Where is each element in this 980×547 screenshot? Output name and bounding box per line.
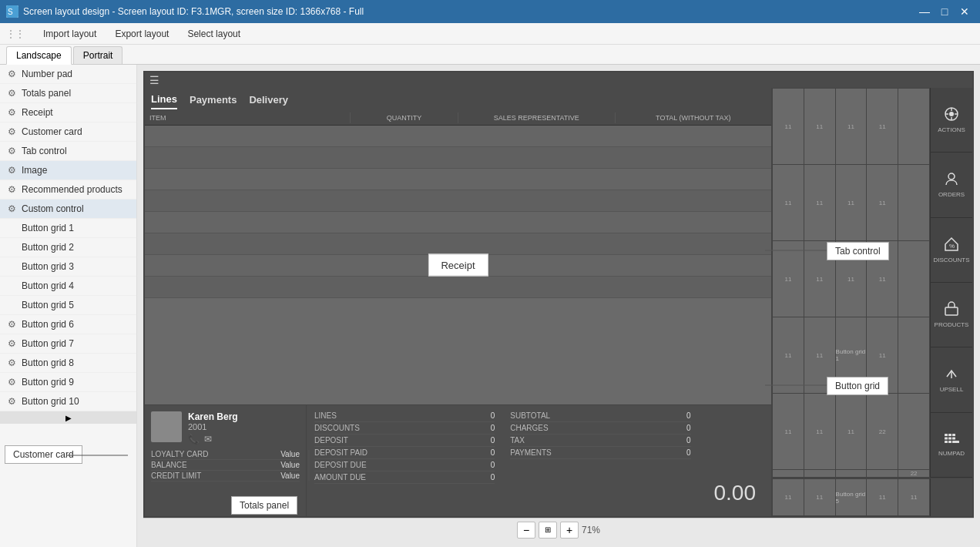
- btn-cell[interactable]: 11: [773, 89, 804, 164]
- sidebar-scroll-down[interactable]: ▶: [0, 411, 136, 424]
- balance-label: BALANCE: [151, 461, 187, 469]
- svg-rect-12: [948, 434, 951, 436]
- zoom-out-button[interactable]: −: [517, 522, 535, 539]
- btn-cell[interactable]: 11: [867, 89, 898, 164]
- sidebar-label: Button grid 10: [22, 396, 79, 407]
- sidebar-item-button-grid-8[interactable]: ⚙ Button grid 8: [0, 354, 136, 373]
- btn-cell[interactable]: 11: [867, 165, 898, 240]
- bottom-btn-cell[interactable]: 11: [804, 479, 835, 515]
- sidebar-label: Image: [22, 165, 47, 176]
- bottom-btn-cell[interactable]: 11: [867, 479, 898, 515]
- sidebar-item-receipt[interactable]: ⚙ Receipt: [0, 103, 136, 122]
- btn-cell[interactable]: 11: [773, 241, 804, 317]
- svg-point-8: [948, 173, 955, 180]
- sidebar-item-button-grid-7[interactable]: ⚙ Button grid 7: [0, 334, 136, 354]
- balance-field: BALANCE Value: [151, 460, 300, 471]
- orders-button[interactable]: ORDERS: [931, 153, 972, 217]
- btn-cell[interactable]: 11: [836, 241, 867, 317]
- gear-placeholder: [6, 261, 17, 272]
- btn-cell[interactable]: 11: [804, 394, 835, 469]
- deposit-value: 0: [491, 436, 495, 445]
- customer-fields: LOYALTY CARD Value BALANCE Value CREDIT …: [151, 449, 300, 482]
- discounts-button[interactable]: % DISCOUNTS: [931, 218, 972, 283]
- btn-cell[interactable]: 11: [804, 241, 835, 317]
- zoom-in-button[interactable]: +: [560, 522, 579, 539]
- sidebar-item-customer-card[interactable]: ⚙ Customer card: [0, 122, 136, 142]
- sidebar-item-number-pad[interactable]: ⚙ Number pad: [0, 65, 136, 84]
- btn-cell[interactable]: [898, 241, 929, 317]
- sidebar-label: Totals panel: [22, 88, 71, 99]
- select-layout-menu[interactable]: Select layout: [184, 27, 243, 41]
- lines-tab[interactable]: Lines: [151, 90, 177, 109]
- sidebar-item-button-grid-1[interactable]: Button grid 1: [0, 219, 136, 238]
- sidebar-label: Receipt: [22, 107, 53, 118]
- upsell-icon: [944, 366, 959, 384]
- close-button[interactable]: ✕: [955, 4, 974, 19]
- customer-id: 2001: [188, 422, 300, 431]
- sidebar-label: Button grid 3: [22, 261, 74, 272]
- sidebar-item-totals-panel[interactable]: ⚙ Totals panel: [0, 84, 136, 103]
- menu-bar: ⋮⋮ Import layout Export layout Select la…: [0, 23, 980, 45]
- btn-cell[interactable]: 11: [804, 165, 835, 240]
- maximize-button[interactable]: □: [935, 4, 954, 19]
- btn-cell[interactable]: 11: [836, 89, 867, 164]
- export-layout-menu[interactable]: Export layout: [112, 27, 172, 41]
- btn-cell[interactable]: 22: [867, 394, 898, 469]
- numpad-button[interactable]: NUMPAD: [931, 413, 972, 478]
- btn-cell[interactable]: [804, 470, 835, 477]
- portrait-tab[interactable]: Portrait: [73, 46, 123, 64]
- btn-cell[interactable]: [773, 470, 804, 477]
- btn-cell[interactable]: 11: [804, 317, 835, 393]
- sidebar-item-button-grid-9[interactable]: ⚙ Button grid 9: [0, 373, 136, 392]
- sidebar-label: Customer card: [22, 126, 82, 137]
- gear-icon: ⚙: [6, 165, 17, 176]
- minimize-button[interactable]: —: [915, 4, 934, 19]
- btn-cell[interactable]: 11: [773, 394, 804, 469]
- sidebar-item-button-grid-6[interactable]: ⚙ Button grid 6: [0, 315, 136, 334]
- totals-left-col: LINES 0 DISCOUNTS 0 DEPOSIT: [314, 410, 495, 512]
- sidebar-item-button-grid-2[interactable]: Button grid 2: [0, 238, 136, 257]
- btn-cell[interactable]: [898, 165, 929, 240]
- sidebar-item-button-grid-10[interactable]: ⚙ Button grid 10: [0, 392, 136, 411]
- btn-cell[interactable]: [867, 470, 898, 477]
- bottom-btn-cell[interactable]: 11: [773, 479, 804, 515]
- upsell-button[interactable]: UPSELL: [931, 347, 972, 412]
- bottom-btn-cell[interactable]: 11: [898, 479, 929, 515]
- bottom-btn-cell-button-grid-5[interactable]: Button grid 5: [836, 479, 867, 515]
- zoom-fit-button[interactable]: ⊞: [539, 522, 557, 539]
- svg-rect-16: [952, 437, 955, 439]
- svg-rect-15: [948, 437, 951, 439]
- deposit-due-row: DEPOSIT DUE 0: [314, 459, 495, 471]
- sidebar-item-custom-control[interactable]: ⚙ Custom control: [0, 200, 136, 219]
- btn-cell[interactable]: 11: [867, 317, 898, 393]
- btn-cell[interactable]: [836, 470, 867, 477]
- btn-cell[interactable]: [898, 89, 929, 164]
- sidebar-item-recommended-products[interactable]: ⚙ Recommended products: [0, 180, 136, 200]
- btn-cell[interactable]: [898, 394, 929, 469]
- btn-cell[interactable]: 11: [867, 241, 898, 317]
- btn-cell[interactable]: 11: [804, 89, 835, 164]
- sidebar-item-button-grid-5[interactable]: Button grid 5: [0, 296, 136, 315]
- sidebar-item-button-grid-3[interactable]: Button grid 3: [0, 257, 136, 277]
- credit-limit-label: CREDIT LIMIT: [151, 471, 201, 480]
- import-layout-menu[interactable]: Import layout: [40, 27, 99, 41]
- btn-cell[interactable]: 11: [773, 317, 804, 393]
- actions-button[interactable]: ACTIONS: [931, 88, 972, 153]
- btn-cell[interactable]: 11: [773, 165, 804, 240]
- sidebar-item-tab-control[interactable]: ⚙ Tab control: [0, 142, 136, 161]
- btn-cell[interactable]: [898, 317, 929, 393]
- loyalty-card-value: Value: [280, 450, 300, 458]
- numpad-label: NUMPAD: [938, 450, 965, 457]
- btn-cell-button-grid-1[interactable]: Button grid 1: [836, 317, 867, 393]
- col-item: ITEM: [145, 112, 350, 123]
- btn-cell[interactable]: 11: [836, 165, 867, 240]
- landscape-tab[interactable]: Landscape: [6, 46, 72, 65]
- sidebar-item-button-grid-4[interactable]: Button grid 4: [0, 277, 136, 296]
- btn-cell[interactable]: 22: [898, 470, 929, 477]
- payments-tab[interactable]: Payments: [190, 91, 237, 109]
- delivery-tab[interactable]: Delivery: [249, 91, 288, 109]
- discounts-total-row: DISCOUNTS 0: [314, 422, 495, 435]
- btn-cell[interactable]: 11: [836, 394, 867, 469]
- sidebar-item-image[interactable]: ⚙ Image: [0, 161, 136, 180]
- products-button[interactable]: PRODUCTS: [931, 283, 972, 347]
